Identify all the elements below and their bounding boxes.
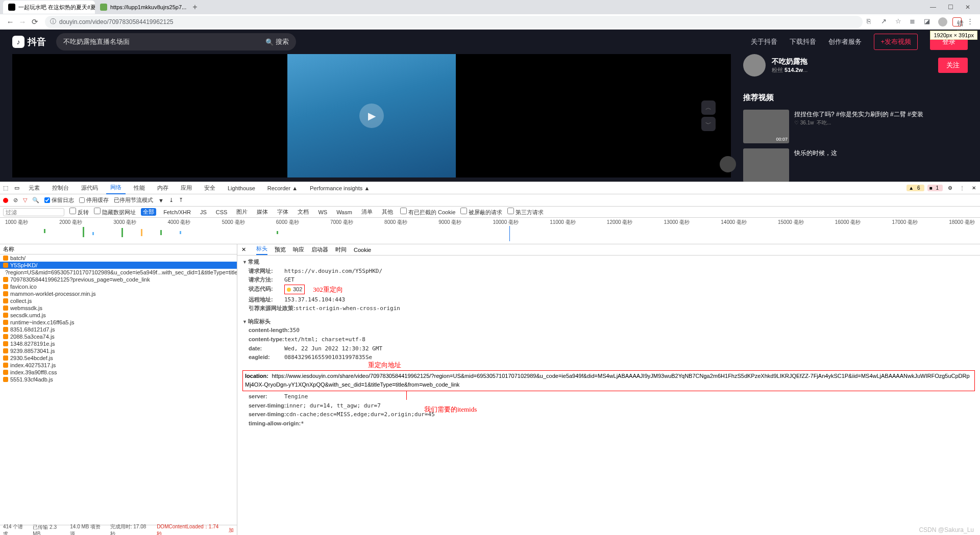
feedback-icon[interactable] [720, 156, 736, 172]
install-icon[interactable]: ⎘ [867, 17, 876, 27]
tab-elements[interactable]: 元素 [24, 182, 44, 194]
back-icon[interactable]: ← [4, 17, 16, 26]
search-input[interactable]: 不吃奶露拖直播名场面 🔍 搜索 [56, 33, 296, 50]
minimize-icon[interactable]: — [928, 4, 938, 11]
wifi-icon[interactable]: ⤓ [169, 197, 174, 203]
filter-input[interactable] [3, 208, 64, 216]
settings-icon[interactable]: ⚙ [946, 185, 954, 191]
star-icon[interactable]: ☆ [895, 17, 904, 27]
detail-tab-response[interactable]: 响应 [293, 246, 304, 253]
douyin-logo[interactable]: ♪ 抖音 [12, 36, 46, 48]
request-row[interactable]: 9239.88573041.js [0, 347, 237, 354]
request-row[interactable]: Y5SpHKD/ [0, 262, 237, 269]
tab-memory[interactable]: 内存 [153, 182, 173, 194]
nav-download[interactable]: 下载抖音 [790, 37, 816, 46]
inspect-icon[interactable]: ⬚ [3, 185, 8, 191]
device-toggle-icon[interactable]: ▭ [14, 185, 19, 191]
filter-icon[interactable]: ▽ [23, 197, 27, 203]
tab-security[interactable]: 安全 [200, 182, 219, 194]
nav-about[interactable]: 关于抖音 [751, 37, 777, 46]
filter-all[interactable]: 全部 [141, 208, 156, 216]
next-video-icon[interactable]: ﹀ [701, 117, 716, 131]
preserve-log-toggle[interactable]: 保留日志 [44, 196, 74, 204]
request-row[interactable]: 5551.93cf4adb.js [0, 376, 237, 383]
close-details-icon[interactable]: ✕ [241, 246, 246, 253]
detail-tab-preview[interactable]: 预览 [275, 246, 286, 253]
request-row[interactable]: 2088.5a3cea74.js [0, 333, 237, 340]
request-row[interactable]: secsdk.umd.js [0, 312, 237, 319]
publish-button[interactable]: +发布视频 [874, 34, 918, 50]
omnibox[interactable]: ⓘ douyin.com/video/7097830584419962125 [45, 16, 863, 28]
request-row[interactable]: 7097830584419962125?previous_page=web_co… [0, 276, 237, 283]
apps-icon[interactable]: ≣ [910, 17, 919, 27]
request-row[interactable]: 1348.8278191e.js [0, 340, 237, 347]
clear-icon[interactable]: ⊘ [13, 197, 18, 203]
disable-cache-toggle[interactable]: 停用缓存 [79, 196, 109, 204]
error-badge[interactable]: ■ 1 [927, 185, 943, 191]
creator-name[interactable]: 不吃奶露拖 [772, 57, 807, 66]
throttle-select[interactable]: 已停用节流模式 [114, 196, 153, 204]
detail-tab-headers[interactable]: 标头 [256, 245, 267, 255]
request-row[interactable]: collect.js [0, 297, 237, 304]
tab-recorder[interactable]: Recorder ▲ [263, 183, 302, 193]
new-tab-button[interactable]: + [190, 2, 200, 12]
search-icon[interactable]: 🔍 [32, 197, 39, 203]
filter-type[interactable]: Wasm [334, 209, 354, 215]
rec-video-item[interactable]: 快乐的时候，这 [743, 148, 968, 182]
info-icon[interactable]: ⓘ [50, 17, 56, 26]
third-party-toggle[interactable]: 第三方请求 [507, 208, 544, 216]
filter-type[interactable]: CSS [214, 209, 230, 215]
request-row[interactable]: mammon-worklet-processor.min.js [0, 290, 237, 297]
detail-tab-cookies[interactable]: Cookie [354, 247, 371, 253]
request-row[interactable]: batch/ [0, 254, 237, 262]
creator-avatar[interactable] [743, 54, 766, 77]
tab-performance[interactable]: 性能 [130, 182, 149, 194]
filter-type[interactable]: JS [198, 209, 209, 215]
request-row[interactable]: index.40275317.js [0, 362, 237, 369]
blocked-req-toggle[interactable]: 被屏蔽的请求 [460, 208, 502, 216]
menu-icon[interactable]: ⋮ [958, 185, 967, 191]
request-row[interactable]: runtime~index.c16ff6a5.js [0, 319, 237, 326]
video-frame[interactable]: ▶ [287, 54, 456, 177]
request-row[interactable]: favicon.ico [0, 283, 237, 290]
filter-type[interactable]: 字体 [275, 208, 290, 216]
nav-creator[interactable]: 创作者服务 [828, 37, 862, 46]
detail-tab-timing[interactable]: 时间 [335, 246, 347, 253]
filter-type[interactable]: WS [316, 209, 329, 215]
record-icon[interactable] [3, 198, 8, 203]
menu-icon[interactable]: ⋮ [967, 17, 976, 27]
ext-icon[interactable]: ◪ [924, 17, 933, 27]
tab-network[interactable]: 网络 [106, 182, 126, 194]
request-row[interactable]: index.39a90ff8.css [0, 369, 237, 376]
hide-data-toggle[interactable]: 隐藏数据网址 [94, 208, 136, 216]
invert-toggle[interactable]: 反转 [69, 208, 89, 216]
close-icon[interactable]: ✕ [970, 185, 978, 191]
request-row[interactable]: 8351.68d121d7.js [0, 326, 237, 333]
rec-video-item[interactable]: 00:07 捏捏住你了吗? #你是凭实力刷到的 #二臂 #变装 ♡ 36.1w … [743, 110, 968, 143]
follow-button[interactable]: 关注 [938, 58, 968, 73]
response-headers-section[interactable]: 响应标头 [242, 317, 975, 326]
share-icon[interactable]: ↗ [881, 17, 890, 27]
request-row[interactable]: ?region=US&mid=6953057101707102989&u_cod… [0, 269, 237, 276]
maximize-icon[interactable]: ☐ [945, 4, 955, 11]
filter-type[interactable]: 媒体 [255, 208, 270, 216]
name-column-header[interactable]: 名称 [0, 244, 237, 254]
close-icon[interactable]: ✕ [963, 4, 973, 11]
general-section[interactable]: 常规 [242, 258, 975, 267]
tab-application[interactable]: 应用 [177, 182, 196, 194]
filter-type[interactable]: 其他 [380, 208, 395, 216]
request-row[interactable]: 2930.5e4bcdef.js [0, 354, 237, 362]
filter-type[interactable]: 清单 [359, 208, 375, 216]
browser-tab-active[interactable]: 一起玩水吧 在这炽热的夏天#夏日 × [3, 1, 95, 14]
filter-type[interactable]: 图片 [234, 208, 250, 216]
profile-avatar[interactable] [938, 17, 947, 27]
network-timeline[interactable]: 1000 毫秒2000 毫秒3000 毫秒4000 毫秒5000 毫秒6000 … [0, 218, 980, 244]
play-icon[interactable]: ▶ [359, 104, 384, 128]
tab-lighthouse[interactable]: Lighthouse [224, 183, 259, 193]
blocked-cookie-toggle[interactable]: 有已拦截的 Cookie [400, 208, 455, 216]
warning-badge[interactable]: ▲ 6 [906, 185, 924, 191]
prev-video-icon[interactable]: ︿ [701, 100, 716, 115]
browser-tab[interactable]: https://lupp1mkkuv8ujrs25p7... × [95, 1, 187, 14]
detail-tab-initiator[interactable]: 启动器 [311, 246, 328, 253]
filter-type[interactable]: 文档 [296, 208, 311, 216]
